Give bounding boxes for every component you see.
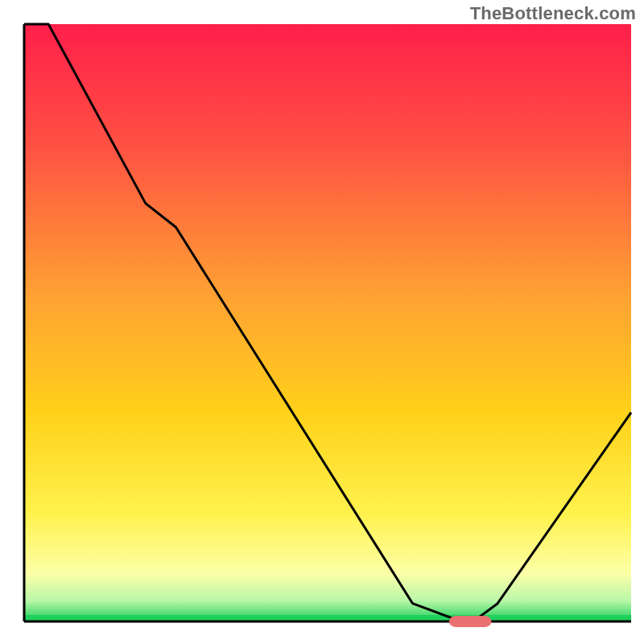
bottleneck-chart [0,0,644,644]
plot-background [24,24,631,621]
optimal-marker [449,616,492,627]
watermark-text: TheBottleneck.com [470,3,636,24]
